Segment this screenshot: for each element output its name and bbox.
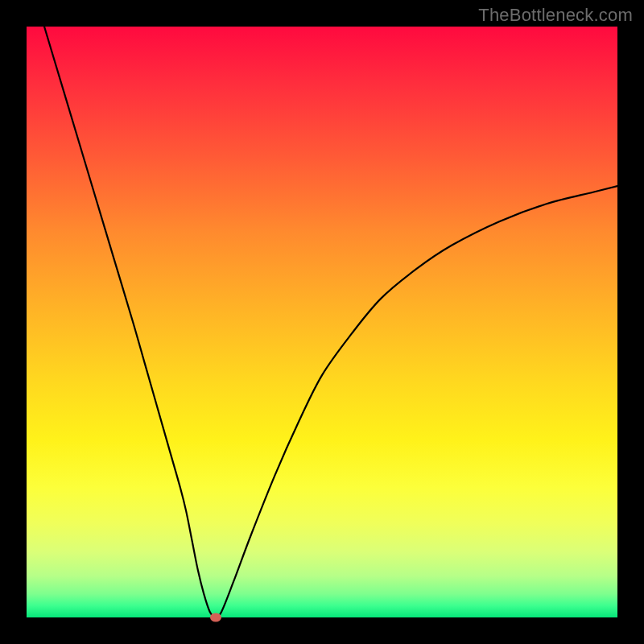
watermark-text: TheBottleneck.com — [478, 5, 633, 26]
plot-area — [27, 27, 617, 617]
chart-frame: TheBottleneck.com — [0, 0, 644, 644]
optimal-point-marker — [210, 613, 221, 622]
bottleneck-curve — [27, 27, 617, 617]
